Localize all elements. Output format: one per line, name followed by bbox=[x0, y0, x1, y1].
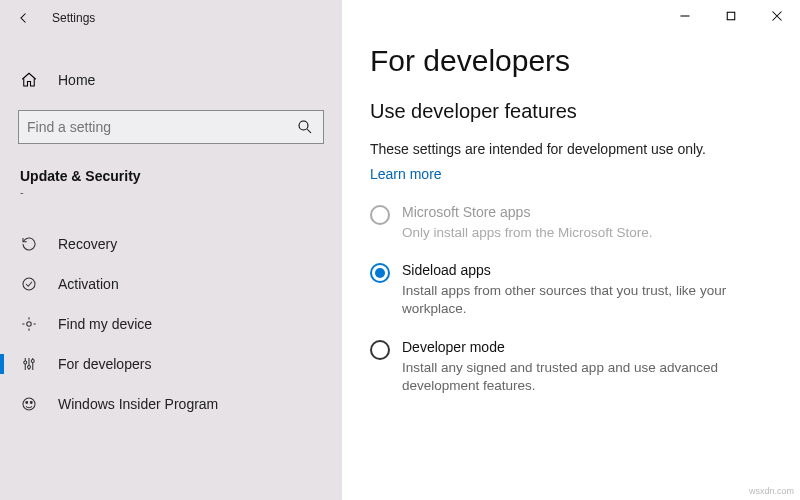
svg-point-8 bbox=[30, 402, 32, 404]
close-button[interactable] bbox=[754, 0, 800, 32]
sidebar-item-windows-insider[interactable]: Windows Insider Program bbox=[0, 384, 342, 424]
window-controls bbox=[342, 0, 800, 32]
sidebar-item-label: Windows Insider Program bbox=[58, 396, 218, 412]
radio-sideload-apps[interactable] bbox=[370, 263, 390, 283]
option-description: Install any signed and trusted app and u… bbox=[402, 359, 772, 395]
sidebar-item-recovery[interactable]: Recovery bbox=[0, 224, 342, 264]
titlebar: Settings bbox=[0, 0, 342, 36]
sidebar-item-label: Recovery bbox=[58, 236, 117, 252]
recovery-icon bbox=[20, 235, 40, 253]
home-link[interactable]: Home bbox=[0, 60, 342, 100]
maximize-icon bbox=[722, 7, 740, 25]
svg-point-4 bbox=[28, 366, 31, 369]
minimize-button[interactable] bbox=[662, 0, 708, 32]
home-label: Home bbox=[58, 72, 95, 88]
for-developers-icon bbox=[20, 355, 40, 373]
windows-insider-icon bbox=[20, 395, 40, 413]
svg-point-0 bbox=[299, 121, 308, 130]
radio-microsoft-store-apps bbox=[370, 205, 390, 225]
app-title: Settings bbox=[52, 11, 95, 25]
back-button[interactable] bbox=[8, 2, 40, 34]
search-box[interactable] bbox=[18, 110, 324, 144]
minimize-icon bbox=[676, 7, 694, 25]
option-label: Sideload apps bbox=[402, 262, 772, 278]
sidebar-item-for-developers[interactable]: For developers bbox=[0, 344, 342, 384]
arrow-left-icon bbox=[15, 9, 33, 27]
main-panel: For developers Use developer features Th… bbox=[342, 0, 800, 500]
svg-rect-9 bbox=[727, 12, 735, 20]
activation-icon bbox=[20, 275, 40, 293]
svg-point-1 bbox=[23, 278, 35, 290]
option-developer-mode[interactable]: Developer mode Install any signed and tr… bbox=[370, 339, 772, 395]
sidebar-item-find-my-device[interactable]: Find my device bbox=[0, 304, 342, 344]
close-icon bbox=[768, 7, 786, 25]
intro-text: These settings are intended for developm… bbox=[370, 141, 772, 157]
svg-point-5 bbox=[31, 360, 34, 363]
option-sideload-apps[interactable]: Sideload apps Install apps from other so… bbox=[370, 262, 772, 318]
option-label: Microsoft Store apps bbox=[402, 204, 653, 220]
page-title: For developers bbox=[370, 44, 772, 78]
maximize-button[interactable] bbox=[708, 0, 754, 32]
option-description: Only install apps from the Microsoft Sto… bbox=[402, 224, 653, 242]
home-icon bbox=[20, 71, 40, 89]
radio-developer-mode[interactable] bbox=[370, 340, 390, 360]
svg-point-7 bbox=[26, 402, 28, 404]
category-heading: Update & Security bbox=[0, 150, 342, 186]
sidebar-item-activation[interactable]: Activation bbox=[0, 264, 342, 304]
option-microsoft-store-apps: Microsoft Store apps Only install apps f… bbox=[370, 204, 772, 242]
sidebar: Settings Home Update & Security - bbox=[0, 0, 342, 500]
sidebar-item-label: Find my device bbox=[58, 316, 152, 332]
nav-list: Recovery Activation Find my device For d… bbox=[0, 224, 342, 424]
svg-point-2 bbox=[27, 322, 32, 327]
find-my-device-icon bbox=[20, 315, 40, 333]
category-dash: - bbox=[0, 186, 342, 198]
section-title: Use developer features bbox=[370, 100, 772, 123]
search-input[interactable] bbox=[27, 119, 295, 135]
sidebar-item-label: For developers bbox=[58, 356, 151, 372]
learn-more-link[interactable]: Learn more bbox=[370, 166, 442, 182]
option-description: Install apps from other sources that you… bbox=[402, 282, 772, 318]
watermark: wsxdn.com bbox=[749, 486, 794, 496]
search-icon bbox=[295, 118, 315, 136]
option-label: Developer mode bbox=[402, 339, 772, 355]
svg-point-3 bbox=[24, 361, 27, 364]
sidebar-item-label: Activation bbox=[58, 276, 119, 292]
